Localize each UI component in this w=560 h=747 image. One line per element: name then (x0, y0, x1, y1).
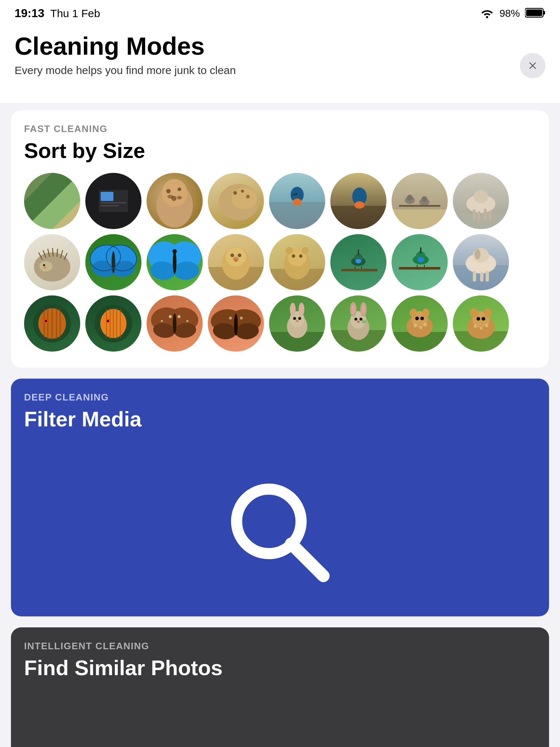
photo-22 (330, 295, 386, 352)
svg-point-137 (291, 305, 294, 314)
filter-media-title: Filter Media (24, 407, 536, 431)
svg-point-34 (474, 190, 488, 203)
svg-point-30 (421, 196, 427, 202)
photo-12 (208, 234, 264, 290)
svg-rect-6 (101, 205, 119, 206)
svg-point-123 (178, 315, 180, 318)
photo-10 (85, 234, 141, 290)
cards-container: FAST CLEANING Sort by Size (0, 103, 560, 747)
svg-point-141 (296, 320, 299, 322)
svg-rect-77 (341, 269, 378, 271)
svg-point-25 (354, 201, 365, 209)
status-bar: 19:13 Thu 1 Feb 98% (0, 0, 560, 24)
svg-point-168 (485, 324, 489, 327)
search-icon (218, 471, 342, 595)
battery-icon (525, 8, 545, 19)
status-date: Thu 1 Feb (50, 7, 100, 20)
svg-point-161 (415, 317, 419, 320)
svg-rect-26 (392, 209, 448, 229)
svg-point-17 (241, 190, 244, 193)
deep-cleaning-label: DEEP CLEANING (24, 392, 536, 403)
svg-point-150 (359, 318, 362, 321)
svg-rect-96 (480, 272, 483, 282)
svg-point-171 (477, 317, 480, 321)
svg-point-73 (292, 254, 295, 258)
svg-point-151 (357, 321, 360, 323)
photo-3 (147, 173, 203, 229)
photo-row-2 (11, 234, 549, 290)
page-subtitle: Every mode helps you find more junk to c… (15, 64, 545, 77)
photo-6 (330, 173, 386, 229)
photo-7 (392, 173, 448, 229)
svg-point-169 (470, 308, 478, 318)
svg-point-158 (423, 323, 427, 326)
svg-point-74 (299, 254, 303, 258)
sort-by-size-title: Sort by Size (24, 138, 536, 163)
svg-point-160 (422, 309, 429, 317)
svg-point-80 (355, 259, 361, 263)
svg-point-54 (112, 251, 115, 273)
photo-2 (85, 173, 141, 229)
svg-point-170 (484, 308, 492, 318)
svg-point-28 (407, 195, 413, 201)
svg-point-9 (166, 189, 171, 193)
svg-rect-97 (486, 271, 489, 282)
photo-18 (85, 295, 141, 352)
svg-point-159 (410, 309, 417, 317)
find-similar-card[interactable]: INTELLIGENT CLEANING Find Similar Photos (11, 627, 549, 747)
svg-rect-37 (484, 209, 487, 220)
svg-point-138 (300, 305, 303, 314)
photo-19 (147, 295, 203, 352)
svg-rect-84 (399, 267, 440, 270)
svg-point-106 (45, 320, 47, 322)
photo-14 (330, 234, 386, 290)
svg-point-140 (298, 317, 301, 320)
svg-point-48 (43, 264, 45, 266)
svg-point-129 (234, 314, 238, 336)
svg-point-130 (229, 317, 232, 320)
svg-rect-36 (478, 211, 481, 221)
svg-rect-1 (543, 11, 545, 15)
photo-8 (453, 173, 509, 229)
photo-grid (11, 173, 549, 357)
svg-point-120 (173, 313, 176, 334)
close-button[interactable] (520, 53, 545, 78)
svg-point-147 (351, 304, 355, 314)
status-time: 19:13 (15, 7, 44, 20)
svg-point-87 (417, 257, 424, 262)
photo-row-3 (11, 295, 549, 352)
svg-rect-4 (101, 192, 113, 201)
svg-point-139 (293, 317, 296, 320)
svg-point-172 (482, 317, 485, 321)
photo-11 (147, 234, 203, 290)
svg-point-156 (413, 324, 417, 327)
svg-point-166 (474, 324, 477, 328)
fast-cleaning-label: FAST CLEANING (24, 123, 536, 135)
svg-point-66 (230, 253, 234, 257)
svg-rect-32 (453, 213, 509, 229)
wifi-icon (480, 7, 494, 20)
photo-17 (24, 295, 80, 352)
svg-point-76 (302, 247, 309, 254)
svg-rect-95 (473, 271, 476, 282)
svg-point-122 (161, 320, 163, 322)
svg-point-21 (293, 198, 302, 206)
photo-21 (269, 295, 325, 352)
svg-point-121 (169, 315, 172, 318)
photo-9 (24, 234, 80, 290)
svg-point-16 (233, 191, 237, 195)
header-area: Cleaning Modes Every mode helps you find… (0, 24, 560, 103)
photo-24 (453, 295, 509, 352)
svg-point-47 (39, 261, 52, 271)
svg-point-94 (475, 249, 481, 259)
find-similar-title: Find Similar Photos (24, 655, 536, 680)
svg-point-12 (167, 195, 173, 198)
svg-point-131 (240, 317, 243, 320)
sort-by-size-card[interactable]: FAST CLEANING Sort by Size (11, 110, 549, 368)
search-icon-container (24, 441, 536, 616)
filter-media-card[interactable]: DEEP CLEANING Filter Media (11, 379, 549, 616)
photo-4 (208, 173, 264, 229)
svg-point-149 (354, 318, 357, 321)
svg-point-75 (285, 247, 293, 254)
svg-point-124 (186, 320, 188, 322)
